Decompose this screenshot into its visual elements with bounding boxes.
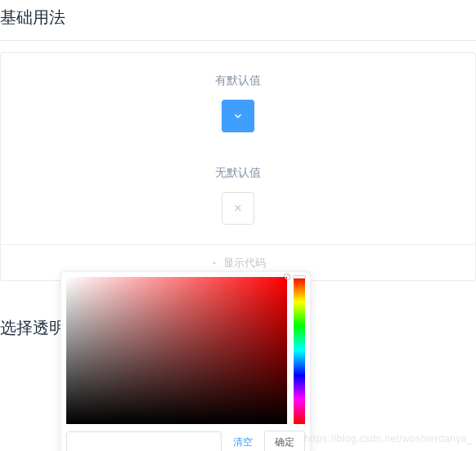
caret-down-icon (210, 259, 218, 267)
section-title-basic: 基础用法 (0, 0, 476, 41)
clear-button[interactable]: 清空 (228, 435, 258, 449)
picker-body (66, 277, 305, 424)
picker-footer: 清空 确定 (66, 431, 305, 451)
saturation-value-panel[interactable] (66, 277, 287, 424)
label-with-default: 有默认值 (215, 74, 261, 88)
group-no-default: 无默认值 × (17, 165, 459, 225)
show-code-label: 显示代码 (223, 256, 266, 270)
hue-thumb[interactable] (293, 275, 306, 279)
chevron-down-icon (232, 110, 244, 122)
watermark: https://blog.csdn.net/woshierdanya_ (305, 433, 473, 444)
close-icon: × (234, 202, 241, 215)
hue-slider[interactable] (294, 277, 305, 424)
color-picker-trigger-empty[interactable]: × (222, 192, 254, 225)
color-hex-input[interactable] (66, 431, 222, 452)
sv-cursor[interactable] (285, 275, 290, 279)
group-with-default: 有默认值 (17, 73, 459, 132)
label-no-default: 无默认值 (215, 166, 261, 181)
demo-block: 有默认值 无默认值 × 显示代码 (0, 52, 476, 281)
confirm-button[interactable]: 确定 (264, 431, 305, 451)
color-picker-panel: 清空 确定 (61, 271, 311, 451)
color-picker-trigger-filled[interactable] (222, 100, 254, 132)
demo-content: 有默认值 无默认值 × (1, 53, 475, 244)
